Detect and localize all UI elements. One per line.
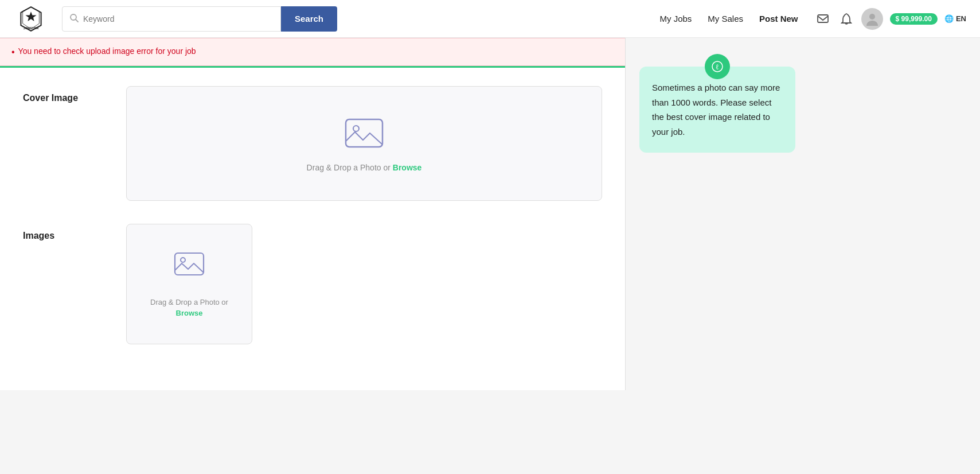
images-browse-link[interactable]: Browse — [150, 308, 228, 319]
error-banner: • You need to check upload image error f… — [0, 38, 625, 66]
svg-text:JOBSTER: JOBSTER — [24, 26, 38, 29]
cover-image-label: Cover Image — [23, 86, 115, 103]
nav-post-new[interactable]: Post New — [759, 14, 798, 24]
nav-my-sales[interactable]: My Sales — [708, 14, 743, 24]
search-icon — [69, 13, 79, 25]
svg-point-7 — [353, 126, 359, 131]
svg-marker-0 — [25, 11, 36, 21]
cover-browse-link[interactable]: Browse — [393, 163, 422, 172]
search-input[interactable] — [83, 14, 274, 24]
error-bullet: • — [11, 46, 15, 57]
header-icons: $ 99,999.00 🌐 EN — [814, 8, 966, 30]
sidebar: ℓ Sometimes a photo can say more than 10… — [626, 38, 809, 390]
messages-button[interactable] — [814, 10, 831, 28]
cover-image-upload[interactable]: Drag & Drop a Photo or Browse — [126, 86, 602, 201]
images-label: Images — [23, 224, 115, 241]
svg-point-5 — [869, 14, 875, 20]
header: JOBSTER Search My Jobs My Sales Post New — [0, 0, 980, 38]
error-item: • You need to check upload image error f… — [11, 46, 614, 57]
svg-rect-6 — [346, 119, 382, 147]
avatar[interactable] — [861, 8, 883, 30]
language-selector[interactable]: 🌐 EN — [944, 14, 966, 23]
svg-point-9 — [181, 258, 185, 262]
globe-icon: 🌐 — [944, 14, 954, 23]
image-placeholder-icon-2 — [173, 250, 205, 281]
tip-text: Sometimes a photo can say more than 1000… — [652, 80, 783, 139]
image-placeholder-icon — [343, 115, 385, 154]
search-button[interactable]: Search — [281, 6, 337, 32]
images-content: Drag & Drop a Photo or Browse — [126, 224, 602, 344]
search-container: Search — [62, 6, 337, 32]
logo: JOBSTER — [14, 5, 48, 33]
svg-rect-4 — [818, 15, 828, 22]
svg-rect-8 — [175, 253, 204, 275]
images-row: Images Drag & Drop a Photo or Br — [23, 224, 602, 344]
language-label: EN — [956, 14, 966, 23]
tip-icon: ℓ — [705, 54, 730, 79]
svg-text:ℓ: ℓ — [716, 63, 719, 71]
cover-image-row: Cover Image Drag & Drop a Photo or Brows… — [23, 86, 602, 201]
content-area: • You need to check upload image error f… — [0, 38, 625, 390]
balance-badge: $ 99,999.00 — [890, 13, 938, 25]
svg-line-3 — [76, 20, 78, 22]
images-upload[interactable]: Drag & Drop a Photo or Browse — [126, 224, 252, 344]
error-message: You need to check upload image error for… — [18, 46, 196, 56]
tip-card: ℓ Sometimes a photo can say more than 10… — [639, 67, 795, 153]
main-layout: • You need to check upload image error f… — [0, 38, 980, 390]
images-upload-text: Drag & Drop a Photo or Browse — [150, 297, 228, 319]
form-section: Cover Image Drag & Drop a Photo or Brows… — [0, 66, 625, 390]
search-input-wrap — [62, 6, 281, 32]
header-nav: My Jobs My Sales Post New — [659, 8, 966, 30]
cover-image-content: Drag & Drop a Photo or Browse — [126, 86, 602, 201]
nav-my-jobs[interactable]: My Jobs — [659, 14, 692, 24]
notifications-button[interactable] — [838, 10, 854, 28]
cover-upload-text: Drag & Drop a Photo or Browse — [307, 163, 422, 172]
